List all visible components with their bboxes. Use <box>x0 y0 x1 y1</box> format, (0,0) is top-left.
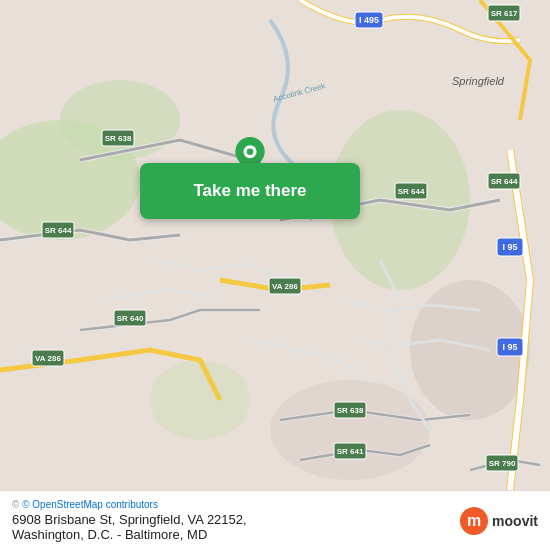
moovit-dot-icon: m <box>460 507 488 535</box>
svg-text:SR 638: SR 638 <box>105 134 132 143</box>
svg-point-5 <box>270 380 430 480</box>
moovit-text: moovit <box>492 513 538 529</box>
moovit-logo: m moovit <box>460 507 538 535</box>
map-container: I 495 SR 617 SR 638 SR 644 SR 644 SR 644… <box>0 0 550 490</box>
svg-point-2 <box>60 80 180 160</box>
svg-text:SR 638: SR 638 <box>337 406 364 415</box>
svg-text:VA 286: VA 286 <box>35 354 61 363</box>
svg-point-6 <box>150 360 250 440</box>
copyright-symbol: © <box>12 499 22 510</box>
svg-text:SR 790: SR 790 <box>489 459 516 468</box>
address-line1: 6908 Brisbane St, Springfield, VA 22152, <box>12 512 247 527</box>
svg-text:SR 644: SR 644 <box>491 177 518 186</box>
svg-text:I 495: I 495 <box>359 15 379 25</box>
svg-text:SR 641: SR 641 <box>337 447 364 456</box>
svg-text:I 95: I 95 <box>502 242 517 252</box>
svg-text:I 95: I 95 <box>502 342 517 352</box>
svg-text:SR 644: SR 644 <box>45 226 72 235</box>
copyright-line: © © OpenStreetMap contributors <box>12 499 460 510</box>
bottom-bar: © © OpenStreetMap contributors 6908 Bris… <box>0 490 550 550</box>
svg-text:SR 644: SR 644 <box>398 187 425 196</box>
svg-text:SR 617: SR 617 <box>491 9 518 18</box>
address-text: 6908 Brisbane St, Springfield, VA 22152,… <box>12 512 460 542</box>
address-block: © © OpenStreetMap contributors 6908 Bris… <box>12 499 460 542</box>
osm-link[interactable]: © OpenStreetMap contributors <box>22 499 158 510</box>
svg-text:VA 286: VA 286 <box>272 282 298 291</box>
svg-text:SR 640: SR 640 <box>117 314 144 323</box>
address-line2: Washington, D.C. - Baltimore, MD <box>12 527 207 542</box>
svg-text:Springfield: Springfield <box>452 75 505 87</box>
svg-point-38 <box>247 148 254 155</box>
take-me-there-button[interactable]: Take me there <box>140 163 360 219</box>
button-overlay: Take me there <box>140 155 360 219</box>
